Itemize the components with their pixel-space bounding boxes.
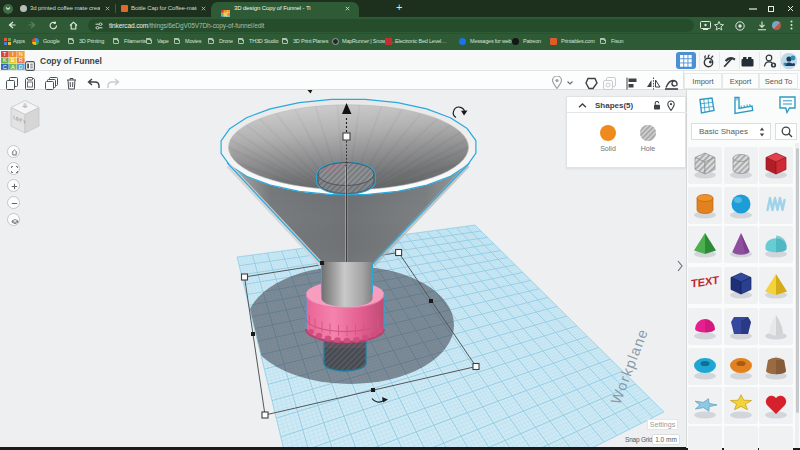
- svg-text:R: R: [19, 57, 23, 63]
- svg-text:A: A: [11, 64, 15, 70]
- svg-text:N: N: [19, 51, 23, 57]
- svg-text:E: E: [11, 57, 15, 63]
- svg-text:C: C: [3, 64, 7, 70]
- svg-text:D: D: [19, 64, 23, 70]
- svg-text:K: K: [3, 57, 7, 63]
- svg-text:TEXT: TEXT: [691, 273, 719, 289]
